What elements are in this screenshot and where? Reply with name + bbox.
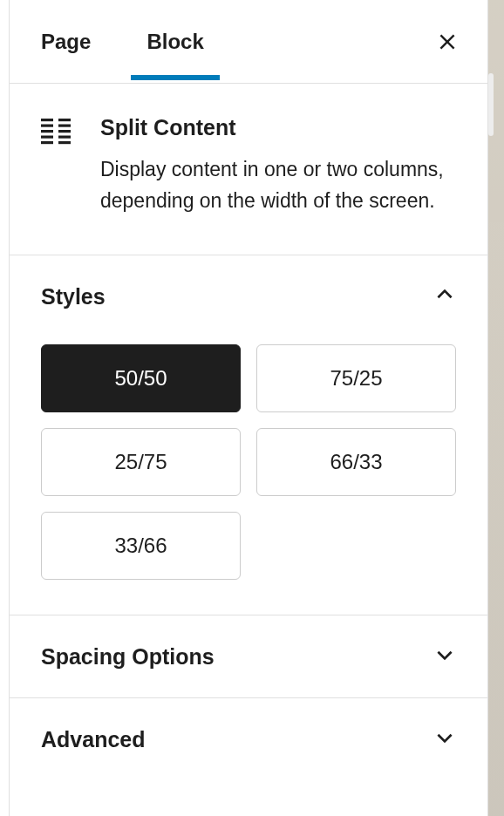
chevron-down-icon — [433, 726, 456, 752]
panel-spacing-options: Spacing Options — [10, 615, 487, 698]
panel-advanced-header[interactable]: Advanced — [41, 726, 456, 752]
svg-rect-11 — [58, 141, 71, 144]
panel-styles: Styles 50/50 75/25 25/75 66/33 33/66 — [10, 255, 487, 615]
style-option-33-66[interactable]: 33/66 — [41, 512, 241, 580]
panel-styles-title: Styles — [41, 284, 106, 309]
svg-rect-6 — [41, 141, 53, 144]
panel-advanced-title: Advanced — [41, 727, 145, 752]
style-option-75-25[interactable]: 75/25 — [256, 344, 456, 412]
svg-rect-5 — [41, 136, 53, 139]
svg-rect-8 — [58, 125, 71, 127]
panel-spacing-title: Spacing Options — [41, 644, 215, 670]
tab-block[interactable]: Block — [146, 30, 203, 78]
style-options-grid: 50/50 75/25 25/75 66/33 33/66 — [41, 344, 456, 580]
block-description: Split Content Display content in one or … — [10, 84, 487, 255]
panel-spacing-header[interactable]: Spacing Options — [41, 643, 456, 670]
svg-rect-4 — [41, 130, 53, 133]
svg-rect-3 — [41, 125, 53, 127]
chevron-up-icon — [433, 283, 456, 309]
svg-rect-2 — [41, 119, 53, 121]
block-title: Split Content — [100, 115, 456, 140]
tabs-header: Page Block — [10, 0, 487, 84]
svg-rect-9 — [58, 130, 71, 133]
block-description-text: Display content in one or two columns, d… — [100, 154, 456, 216]
close-button[interactable] — [435, 31, 460, 56]
svg-rect-10 — [58, 136, 71, 139]
panel-styles-header[interactable]: Styles — [41, 283, 456, 309]
style-option-66-33[interactable]: 66/33 — [256, 428, 456, 496]
close-icon — [436, 31, 459, 57]
split-content-icon — [41, 119, 71, 148]
style-option-25-75[interactable]: 25/75 — [41, 428, 241, 496]
panel-advanced: Advanced — [10, 698, 487, 780]
tab-page[interactable]: Page — [41, 30, 91, 78]
svg-rect-7 — [58, 119, 71, 121]
style-option-50-50[interactable]: 50/50 — [41, 344, 241, 412]
chevron-down-icon — [433, 643, 456, 670]
block-settings-sidebar: Page Block Split Content Display content… — [9, 0, 488, 816]
